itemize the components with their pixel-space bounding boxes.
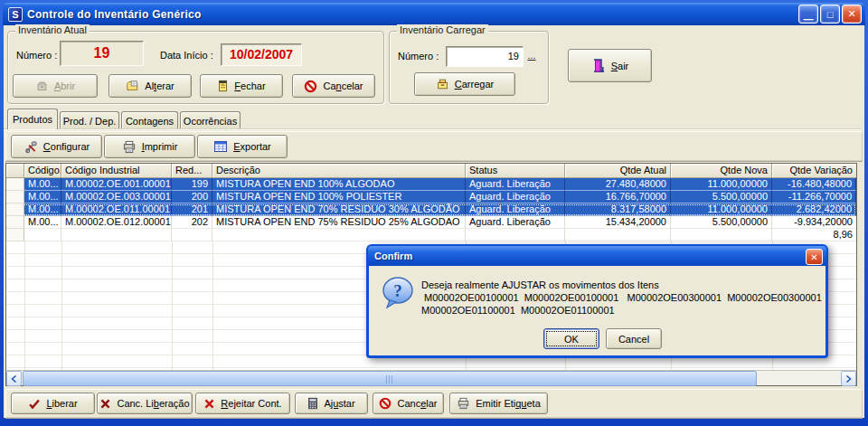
- scroll-left-button[interactable]: [6, 371, 22, 386]
- cabinet-icon: [217, 80, 229, 92]
- partial-value: 8,96: [772, 229, 856, 241]
- table-grid-icon: [213, 140, 228, 153]
- cancelar-atual-button[interactable]: Cancelar: [292, 74, 375, 98]
- calculator-icon: [307, 397, 318, 410]
- numero-carregar-value: 19: [447, 47, 523, 66]
- alterar-button[interactable]: Alterar: [108, 74, 192, 98]
- close-icon: ✕: [847, 8, 855, 20]
- close-icon: ✕: [810, 252, 817, 262]
- dialog-title: Confirm: [374, 251, 412, 261]
- imprimir-button[interactable]: Imprimir: [104, 135, 195, 158]
- table-row[interactable]: M.00... M.00002.OE.003.00001 200 MISTURA…: [6, 191, 856, 204]
- emitir-etiqueta-button[interactable]: Emitir Etiqueta: [449, 393, 548, 414]
- rejeitar-cont-label: Rejeitar Cont.: [221, 398, 281, 409]
- ajustar-button[interactable]: Ajustar: [295, 393, 368, 414]
- cancel-button[interactable]: Cancel: [606, 328, 662, 349]
- cancelar-label: Cancelar: [397, 398, 437, 409]
- table-row[interactable]: 8,96: [6, 229, 856, 241]
- scroll-right-button[interactable]: [841, 371, 856, 386]
- header-descricao[interactable]: Descrição: [212, 164, 466, 178]
- ellipsis-label: ...: [527, 50, 535, 61]
- scrollbar-thumb[interactable]: [23, 371, 757, 386]
- header-codigo[interactable]: Código...: [24, 164, 61, 178]
- cancel-label: Cancel: [618, 334, 649, 345]
- minimize-button[interactable]: —: [798, 5, 818, 24]
- load-drawer-icon: [436, 78, 449, 90]
- header-qtde-variacao[interactable]: Qtde Variação: [772, 164, 856, 178]
- sair-label: Sair: [611, 61, 629, 71]
- dialog-close-button[interactable]: ✕: [806, 249, 823, 265]
- data-inicio-label: Data Início :: [160, 50, 213, 61]
- window-title: Controle do Inventário Genérico: [27, 8, 202, 21]
- minimize-icon: —: [804, 15, 814, 23]
- exportar-button[interactable]: Exportar: [197, 135, 288, 158]
- check-icon: [28, 398, 41, 410]
- table-row[interactable]: M.00... M.00002.OE.011.00001 201 MISTURA…: [6, 204, 856, 216]
- tab-contagens[interactable]: Contagens: [121, 111, 178, 129]
- configurar-button[interactable]: Configurar: [11, 135, 102, 158]
- numero-atual-field: 19: [60, 41, 144, 66]
- group-label: Inventário Carregar: [397, 24, 488, 35]
- dialog-title-bar[interactable]: Confirm: [368, 246, 826, 266]
- alterar-label: Alterar: [145, 80, 174, 91]
- confirm-dialog: Confirm ✕ ? Deseja realmente AJUSTAR os …: [366, 244, 828, 358]
- table-row[interactable]: M.00... M.00002.OE.001.00001 199 MISTURA…: [6, 178, 856, 191]
- app-icon: S: [8, 7, 23, 22]
- tab-label: Contagens: [126, 116, 174, 127]
- grid-header[interactable]: Código... Código Industrial Red... Descr…: [6, 164, 856, 178]
- title-bar[interactable]: S Controle do Inventário Genérico: [3, 3, 865, 25]
- numero-carregar-input[interactable]: 19: [446, 46, 524, 67]
- horizontal-scrollbar[interactable]: [6, 370, 856, 385]
- printer-icon: [122, 140, 137, 154]
- header-red[interactable]: Red...: [172, 164, 212, 178]
- numero-label: Número :: [16, 50, 57, 61]
- fechar-button[interactable]: Fechar: [200, 74, 283, 98]
- header-status[interactable]: Status: [466, 164, 565, 178]
- header-qtde-nova[interactable]: Qtde Nova: [671, 164, 772, 178]
- ok-button[interactable]: OK: [543, 328, 599, 349]
- thumb-grip: [386, 375, 393, 383]
- x-dark-icon: [99, 398, 111, 410]
- tab-label: Produtos: [13, 114, 52, 125]
- maximize-button[interactable]: □: [820, 5, 840, 24]
- tab-ocorrencias[interactable]: Ocorrências: [180, 111, 241, 129]
- carregar-button[interactable]: Carregar: [414, 72, 515, 96]
- emitir-etiqueta-label: Emitir Etiqueta: [476, 398, 541, 409]
- tab-prod-dep[interactable]: Prod. / Dep.: [60, 111, 119, 129]
- exportar-label: Exportar: [233, 141, 271, 152]
- header-codigo-industrial[interactable]: Código Industrial: [61, 164, 172, 178]
- canc-liberacao-label: Canc. Liberação: [117, 398, 189, 409]
- data-inicio-value: 10/02/2007: [222, 44, 301, 65]
- numero-atual-value: 19: [61, 42, 143, 65]
- ajustar-label: Ajustar: [324, 398, 354, 409]
- arrow-right-icon: [845, 375, 852, 383]
- maximize-icon: □: [827, 9, 834, 20]
- table-row[interactable]: M.00... M.00002.OE.012.00001 202 MISTURA…: [6, 216, 856, 229]
- lookup-ellipsis-button[interactable]: ...: [524, 51, 539, 63]
- tab-produtos[interactable]: Produtos: [7, 109, 58, 129]
- open-drawer-icon: [35, 80, 49, 92]
- abrir-button[interactable]: Abrir: [13, 74, 98, 98]
- sair-button[interactable]: Sair: [568, 49, 652, 82]
- header-indicator: [6, 164, 24, 178]
- liberar-button[interactable]: Liberar: [11, 393, 95, 414]
- question-balloon-icon: ?: [381, 276, 415, 312]
- imprimir-label: Imprimir: [142, 141, 178, 152]
- close-button[interactable]: ✕: [842, 5, 862, 24]
- rejeitar-cont-button[interactable]: Rejeitar Cont.: [195, 393, 290, 414]
- header-qtde-atual[interactable]: Qtde Atual: [565, 164, 671, 178]
- configurar-label: Configurar: [43, 141, 90, 152]
- numero-carregar-label: Número :: [398, 51, 439, 62]
- cancelar-button[interactable]: Cancelar: [373, 393, 444, 414]
- printer-icon: [457, 397, 470, 410]
- tab-label: Prod. / Dep.: [63, 116, 117, 127]
- data-inicio-field: 10/02/2007: [221, 43, 302, 66]
- ok-label: OK: [564, 334, 579, 345]
- edit-folder-icon: [126, 80, 139, 92]
- no-entry-icon: [304, 80, 317, 93]
- fechar-label: Fechar: [234, 80, 265, 91]
- canc-liberacao-button[interactable]: Canc. Liberação: [97, 393, 193, 414]
- arrow-left-icon: [11, 375, 17, 383]
- group-label: Inventário Atual: [15, 24, 90, 35]
- tools-icon: [24, 140, 38, 154]
